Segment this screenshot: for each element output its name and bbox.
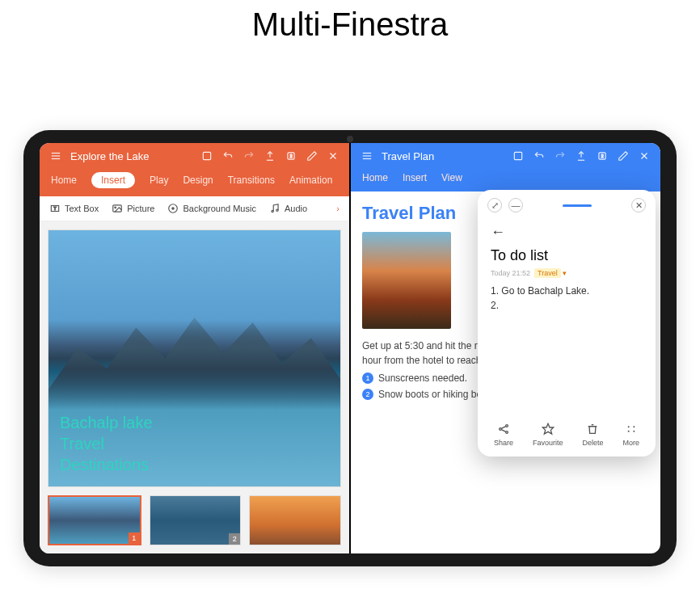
action-label: Share (494, 439, 513, 447)
todo-item-2[interactable]: 2. (491, 300, 643, 311)
note-title: To do list (491, 247, 643, 264)
bullet-number-icon: 2 (362, 389, 373, 400)
slide-canvas[interactable]: Bachalp lake Travel Destinations (48, 229, 341, 487)
tab-insert[interactable]: Insert (91, 172, 135, 188)
svg-rect-19 (514, 152, 521, 159)
tab-home[interactable]: Home (51, 175, 77, 186)
slides-count-icon[interactable]: 2 (596, 149, 609, 162)
audio-button[interactable]: Audio (269, 203, 307, 214)
notes-popup[interactable]: ⤢ — ✕ ← To do list Today 21:52 Travel ▾ … (478, 190, 656, 457)
slide-area: Bachalp lake Travel Destinations 1 2 (40, 221, 349, 553)
todo-item-1[interactable]: 1. Go to Bachalp Lake. (491, 285, 643, 297)
camera-dot (347, 136, 353, 142)
thumbnail-3[interactable] (249, 495, 341, 545)
svg-rect-3 (203, 152, 210, 159)
svg-point-31 (633, 426, 635, 427)
document-app: Travel Plan 2 Home Insert View Travel Pl… (351, 143, 660, 553)
text-box-icon: T (49, 203, 61, 214)
bg-music-button[interactable]: Background Music (167, 203, 256, 214)
insert-toolbar: TText Box Picture Background Music Audio… (40, 196, 349, 221)
note-tag[interactable]: Travel (534, 268, 561, 278)
svg-marker-29 (542, 423, 553, 434)
tool-label: Text Box (65, 204, 99, 213)
minimize-icon[interactable]: — (508, 198, 523, 213)
tab-play[interactable]: Play (150, 175, 168, 186)
svg-point-30 (627, 426, 629, 427)
action-label: Favourite (533, 439, 563, 447)
popup-actions: Share Favourite Delete More (478, 412, 656, 457)
tablet-frame: Explore the Lake 2 Home Insert Play Desi… (23, 130, 677, 566)
close-icon[interactable] (638, 149, 651, 162)
share-icon (496, 422, 511, 436)
redo-icon[interactable] (554, 149, 567, 162)
svg-point-15 (276, 209, 278, 211)
svg-point-33 (633, 431, 635, 432)
presentation-title: Explore the Lake (70, 150, 192, 162)
text-box-button[interactable]: TText Box (49, 203, 99, 214)
slides-count-icon[interactable]: 2 (285, 149, 297, 162)
slide-thumbnails: 1 2 (48, 495, 341, 545)
popup-body: ← To do list Today 21:52 Travel ▾ 1. Go … (478, 221, 656, 412)
music-icon (167, 203, 179, 214)
trash-icon (585, 422, 600, 436)
drag-handle[interactable] (563, 204, 592, 207)
menu-icon[interactable] (361, 149, 373, 162)
edit-icon[interactable] (617, 149, 630, 162)
delete-button[interactable]: Delete (582, 422, 603, 447)
svg-text:T: T (53, 206, 57, 211)
page-title: Multi-Finestra (252, 6, 448, 43)
tab-animation[interactable]: Animation (289, 175, 332, 186)
more-button[interactable]: More (622, 422, 639, 447)
tab-design[interactable]: Design (183, 175, 213, 186)
expand-icon[interactable]: ⤢ (487, 198, 502, 213)
save-icon[interactable] (200, 149, 213, 162)
tool-label: Audio (285, 204, 307, 213)
thumb-number: 1 (129, 532, 140, 544)
tool-label: Picture (127, 204, 154, 213)
svg-point-24 (500, 428, 502, 431)
picture-button[interactable]: Picture (112, 203, 154, 214)
chevron-right-icon[interactable]: › (336, 204, 339, 213)
bullet-number-icon: 1 (362, 372, 373, 384)
popup-controls: ⤢ — ✕ (478, 190, 656, 221)
undo-icon[interactable] (533, 149, 546, 162)
favourite-button[interactable]: Favourite (533, 422, 563, 447)
svg-text:2: 2 (601, 154, 603, 158)
document-tabs: Home Insert View (351, 169, 660, 191)
document-titlebar: Travel Plan 2 (351, 143, 660, 169)
export-icon[interactable] (575, 149, 588, 162)
slide-title-text: Bachalp lake Travel Destinations (60, 412, 153, 475)
document-image (362, 232, 451, 329)
audio-icon (269, 203, 280, 214)
svg-point-14 (272, 210, 273, 212)
tab-view[interactable]: View (441, 172, 462, 183)
export-icon[interactable] (264, 149, 276, 162)
thumbnail-2[interactable]: 2 (150, 495, 242, 545)
action-label: More (622, 439, 639, 447)
svg-line-28 (501, 430, 505, 432)
svg-line-27 (501, 427, 505, 429)
document-header: Travel Plan 2 Home Insert View (351, 143, 660, 191)
save-icon[interactable] (512, 149, 525, 162)
redo-icon[interactable] (242, 149, 255, 162)
edit-icon[interactable] (306, 149, 318, 162)
svg-point-25 (506, 425, 508, 427)
thumbnail-1[interactable]: 1 (48, 495, 141, 545)
picture-icon (112, 203, 123, 214)
share-button[interactable]: Share (494, 422, 513, 447)
svg-text:2: 2 (289, 154, 292, 158)
close-icon[interactable] (327, 149, 339, 162)
presentation-tabs: Home Insert Play Design Transitions Anim… (40, 169, 349, 196)
tab-home[interactable]: Home (362, 172, 388, 183)
svg-point-32 (627, 431, 629, 432)
close-icon[interactable]: ✕ (631, 198, 646, 213)
tab-transitions[interactable]: Transitions (228, 175, 275, 186)
back-arrow-icon[interactable]: ← (491, 224, 643, 241)
document-title: Travel Plan (382, 150, 504, 162)
more-icon (624, 422, 639, 436)
bullet-text: Sunscreens needed. (378, 372, 467, 384)
thumb-number: 2 (229, 533, 240, 545)
undo-icon[interactable] (221, 149, 234, 162)
menu-icon[interactable] (49, 149, 62, 162)
tab-insert[interactable]: Insert (403, 172, 427, 183)
